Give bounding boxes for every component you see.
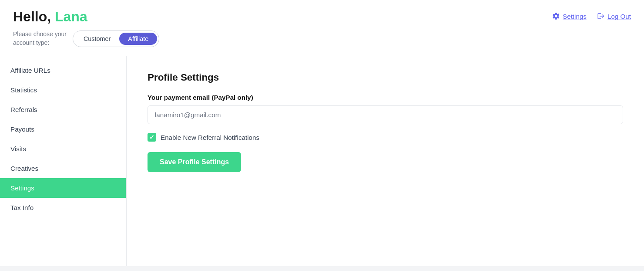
sidebar-item-tax-info[interactable]: Tax Info	[0, 198, 126, 217]
notification-label: Enable New Referral Notifications	[161, 134, 259, 141]
gear-icon	[552, 12, 560, 20]
notification-row: ✓ Enable New Referral Notifications	[148, 133, 623, 142]
save-profile-button[interactable]: Save Profile Settings	[148, 152, 241, 172]
settings-label: Settings	[563, 13, 587, 20]
sidebar-item-statistics[interactable]: Statistics	[0, 80, 126, 100]
greeting: Hello, Lana	[13, 9, 159, 25]
content-area: Profile Settings Your payment email (Pay…	[126, 56, 644, 266]
account-type-row: Please choose your account type: Custome…	[13, 30, 159, 47]
sidebar-item-affiliate-urls[interactable]: Affiliate URLs	[0, 61, 126, 80]
payment-email-input[interactable]	[148, 105, 623, 124]
header-right: Settings Log Out	[552, 12, 631, 20]
payment-email-label: Your payment email (PayPal only)	[148, 94, 623, 101]
header-left: Hello, Lana Please choose your account t…	[13, 9, 159, 47]
settings-button[interactable]: Settings	[552, 12, 587, 20]
greeting-name: Lana	[55, 9, 87, 24]
toggle-customer[interactable]: Customer	[75, 33, 119, 45]
account-label: Please choose your account type:	[13, 30, 67, 47]
logout-button[interactable]: Log Out	[597, 12, 631, 20]
sidebar-item-visits[interactable]: Visits	[0, 139, 126, 159]
account-type-toggle[interactable]: Customer Affiliate	[73, 30, 159, 47]
sidebar: Affiliate URLs Statistics Referrals Payo…	[0, 56, 126, 266]
toggle-affiliate[interactable]: Affiliate	[119, 33, 157, 45]
section-title: Profile Settings	[148, 72, 623, 83]
sidebar-item-creatives[interactable]: Creatives	[0, 159, 126, 178]
sidebar-item-settings[interactable]: Settings	[0, 178, 126, 198]
greeting-prefix: Hello,	[13, 9, 55, 24]
logout-icon	[597, 12, 605, 20]
notification-checkbox[interactable]: ✓	[148, 133, 156, 142]
logout-label: Log Out	[607, 13, 631, 20]
sidebar-item-referrals[interactable]: Referrals	[0, 100, 126, 119]
main-layout: Affiliate URLs Statistics Referrals Payo…	[0, 56, 644, 266]
checkmark-icon: ✓	[149, 134, 154, 141]
header: Hello, Lana Please choose your account t…	[0, 0, 644, 56]
page-wrapper: Hello, Lana Please choose your account t…	[0, 0, 644, 271]
sidebar-item-payouts[interactable]: Payouts	[0, 119, 126, 139]
